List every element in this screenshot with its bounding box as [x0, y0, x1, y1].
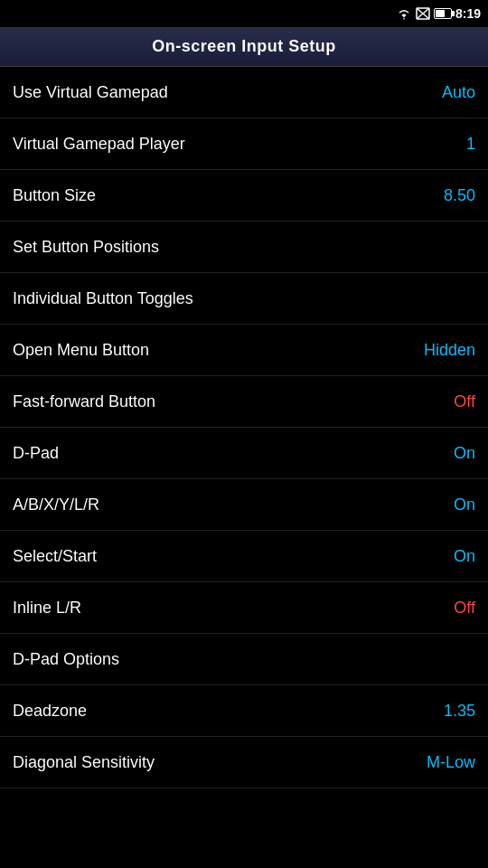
status-time: 8:19	[455, 6, 481, 21]
individual-button-toggles-item[interactable]: Individual Button Toggles	[0, 273, 488, 325]
fast-forward-button-value: Off	[454, 392, 475, 411]
select-start-item[interactable]: Select/Start On	[0, 531, 488, 582]
status-icons: 8:19	[396, 6, 481, 21]
use-virtual-gamepad-label: Use Virtual Gamepad	[13, 83, 168, 102]
page-title: On-screen Input Setup	[152, 37, 336, 56]
signal-icon	[416, 7, 430, 20]
diagonal-sensitivity-item[interactable]: Diagonal Sensitivity M-Low	[0, 737, 488, 788]
deadzone-item[interactable]: Deadzone 1.35	[0, 685, 488, 737]
deadzone-value: 1.35	[444, 702, 475, 721]
button-size-value: 8.50	[444, 186, 475, 205]
button-size-label: Button Size	[13, 186, 96, 205]
open-menu-button-label: Open Menu Button	[13, 341, 149, 360]
virtual-gamepad-player-item[interactable]: Virtual Gamepad Player 1	[0, 118, 488, 170]
app-header: On-screen Input Setup	[0, 27, 488, 67]
d-pad-label: D-Pad	[13, 444, 59, 463]
virtual-gamepad-player-label: Virtual Gamepad Player	[13, 135, 185, 154]
deadzone-label: Deadzone	[13, 702, 87, 721]
fast-forward-button-item[interactable]: Fast-forward Button Off	[0, 376, 488, 428]
battery-icon	[434, 8, 452, 19]
select-start-label: Select/Start	[13, 547, 97, 566]
settings-list: Use Virtual Gamepad Auto Virtual Gamepad…	[0, 67, 488, 788]
inline-lr-value: Off	[454, 599, 475, 618]
diagonal-sensitivity-value: M-Low	[427, 753, 475, 772]
dpad-options-item[interactable]: D-Pad Options	[0, 634, 488, 685]
abxylr-item[interactable]: A/B/X/Y/L/R On	[0, 479, 488, 531]
button-size-item[interactable]: Button Size 8.50	[0, 170, 488, 222]
abxylr-label: A/B/X/Y/L/R	[13, 495, 99, 514]
individual-button-toggles-label: Individual Button Toggles	[13, 289, 193, 308]
dpad-options-label: D-Pad Options	[13, 650, 119, 669]
abxylr-value: On	[454, 495, 475, 514]
set-button-positions-label: Set Button Positions	[13, 238, 159, 257]
set-button-positions-item[interactable]: Set Button Positions	[0, 222, 488, 273]
use-virtual-gamepad-value: Auto	[442, 83, 475, 102]
wifi-icon	[396, 7, 412, 20]
d-pad-item[interactable]: D-Pad On	[0, 428, 488, 479]
fast-forward-button-label: Fast-forward Button	[13, 392, 155, 411]
d-pad-value: On	[454, 444, 475, 463]
status-bar: 8:19	[0, 0, 488, 27]
inline-lr-label: Inline L/R	[13, 599, 81, 618]
open-menu-button-value: Hidden	[424, 341, 475, 360]
virtual-gamepad-player-value: 1	[466, 135, 475, 154]
diagonal-sensitivity-label: Diagonal Sensitivity	[13, 753, 155, 772]
use-virtual-gamepad-item[interactable]: Use Virtual Gamepad Auto	[0, 67, 488, 118]
inline-lr-item[interactable]: Inline L/R Off	[0, 582, 488, 634]
select-start-value: On	[454, 547, 475, 566]
open-menu-button-item[interactable]: Open Menu Button Hidden	[0, 325, 488, 376]
